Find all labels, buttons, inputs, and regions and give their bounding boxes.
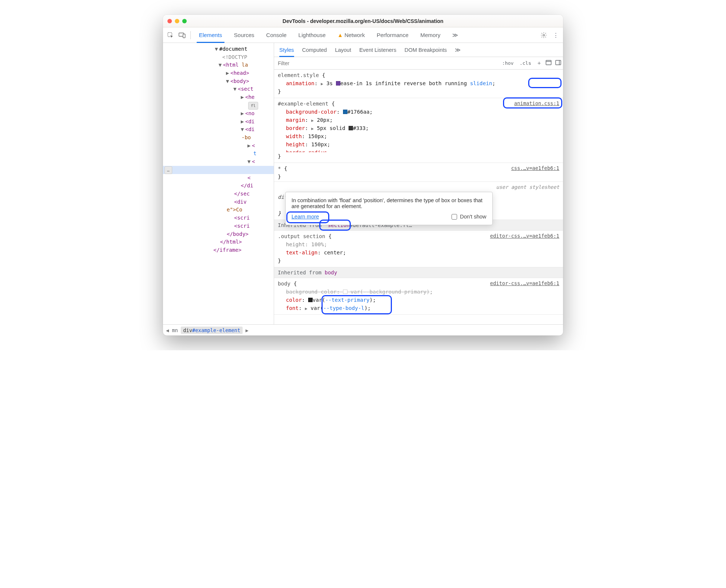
animation-name-link[interactable]: slidein bbox=[470, 80, 492, 86]
subtabs-overflow[interactable]: ≫ bbox=[455, 43, 461, 57]
svg-rect-2 bbox=[183, 34, 185, 38]
dom-tree-panel[interactable]: ▼#document <!DOCTYP ▼<html la ▶<head> ▼<… bbox=[163, 43, 274, 324]
rule-body[interactable]: editor-css.…v=ae1feb6:1 body { backgroun… bbox=[274, 278, 563, 315]
subtab-styles[interactable]: Styles bbox=[279, 43, 294, 57]
source-editor-css-1[interactable]: editor-css.…v=ae1feb6:1 bbox=[490, 232, 559, 240]
styles-filter-row: :hov .cls ＋ bbox=[274, 57, 563, 70]
svg-point-3 bbox=[543, 34, 545, 36]
subtab-layout[interactable]: Layout bbox=[335, 43, 351, 57]
traffic-lights bbox=[167, 19, 187, 23]
source-editor-css-2[interactable]: editor-css.…v=ae1feb6:1 bbox=[490, 280, 559, 287]
rule-element-style[interactable]: element.style { animation: ▶ 3s ease-in … bbox=[274, 70, 563, 98]
selected-ellipsis: … bbox=[164, 166, 172, 174]
color-swatch-icon[interactable] bbox=[308, 298, 313, 302]
devtools-window: DevTools - developer.mozilla.org/en-US/d… bbox=[163, 15, 563, 335]
warning-icon: ▲ bbox=[337, 32, 343, 38]
more-menu-icon[interactable]: ⋮ bbox=[550, 30, 561, 40]
new-style-rule-icon[interactable]: ＋ bbox=[534, 60, 544, 67]
hov-toggle[interactable]: :hov bbox=[499, 60, 516, 66]
subtab-event-listeners[interactable]: Event Listeners bbox=[359, 43, 396, 57]
main-content: ▼#document <!DOCTYP ▼<html la ▶<head> ▼<… bbox=[163, 43, 563, 324]
close-window-button[interactable] bbox=[167, 19, 172, 23]
dont-show-checkbox[interactable]: Don't show bbox=[452, 214, 486, 220]
styles-subtabs: Styles Computed Layout Event Listeners D… bbox=[274, 43, 563, 57]
tab-console[interactable]: Console bbox=[261, 27, 292, 43]
source-css-truncated-1[interactable]: css.…v=ae1feb6:1 bbox=[511, 164, 559, 172]
toggle-sidebar-icon[interactable] bbox=[553, 60, 563, 66]
breadcrumb-right-arrow[interactable]: ▶ bbox=[246, 327, 249, 333]
flex-badge[interactable]: fl bbox=[248, 102, 258, 110]
user-agent-label: user agent stylesheet bbox=[496, 183, 559, 191]
tooltip-text: In combination with 'float' and 'positio… bbox=[292, 197, 486, 209]
dom-document-node[interactable]: #document bbox=[219, 46, 247, 52]
rule-output-section[interactable]: editor-css.…v=ae1feb6:1 .output section … bbox=[274, 231, 563, 267]
device-toolbar-icon[interactable] bbox=[177, 30, 187, 40]
checkbox-icon[interactable] bbox=[452, 214, 457, 220]
tab-sources[interactable]: Sources bbox=[229, 27, 260, 43]
tab-lighthouse[interactable]: Lighthouse bbox=[293, 27, 331, 43]
breadcrumb-bar: ◀ mn div#example-element ▶ bbox=[163, 324, 563, 335]
subtab-computed[interactable]: Computed bbox=[302, 43, 327, 57]
breadcrumb-prev[interactable]: mn bbox=[172, 327, 178, 333]
color-swatch-icon[interactable] bbox=[343, 110, 347, 114]
tabs-overflow[interactable]: ≫ bbox=[447, 27, 463, 43]
breadcrumb-left-arrow[interactable]: ◀ bbox=[166, 327, 169, 333]
styles-pane: Styles Computed Layout Event Listeners D… bbox=[274, 43, 563, 324]
subtab-dom-breakpoints[interactable]: DOM Breakpoints bbox=[404, 43, 447, 57]
color-swatch-icon[interactable] bbox=[349, 126, 353, 130]
css-help-tooltip: In combination with 'float' and 'positio… bbox=[285, 192, 493, 225]
styles-filter-input[interactable] bbox=[274, 57, 499, 69]
inherited-from-body: Inherited from body bbox=[274, 267, 563, 278]
minimize-window-button[interactable] bbox=[175, 19, 179, 23]
breadcrumb-selected[interactable]: div#example-element bbox=[181, 327, 242, 334]
rule-example-element[interactable]: animation.css:1 #example-element { backg… bbox=[274, 98, 563, 163]
inspect-element-icon[interactable] bbox=[165, 30, 176, 40]
main-toolbar: Elements Sources Console Lighthouse ▲Net… bbox=[163, 27, 563, 43]
learn-more-link[interactable]: Learn more bbox=[292, 214, 319, 220]
titlebar: DevTools - developer.mozilla.org/en-US/d… bbox=[163, 15, 563, 27]
tab-elements[interactable]: Elements bbox=[194, 27, 227, 43]
window-title: DevTools - developer.mozilla.org/en-US/d… bbox=[163, 18, 563, 24]
zoom-window-button[interactable] bbox=[182, 19, 187, 23]
easing-swatch-icon[interactable] bbox=[336, 81, 340, 86]
tab-memory[interactable]: Memory bbox=[415, 27, 446, 43]
svg-rect-4 bbox=[546, 60, 551, 65]
tab-performance[interactable]: Performance bbox=[372, 27, 414, 43]
tab-network[interactable]: ▲Network bbox=[332, 27, 370, 43]
svg-rect-5 bbox=[556, 60, 561, 65]
cls-toggle[interactable]: .cls bbox=[517, 60, 534, 66]
settings-icon[interactable] bbox=[539, 30, 549, 40]
computed-styles-icon[interactable] bbox=[544, 60, 553, 66]
source-animation-css[interactable]: animation.css:1 bbox=[514, 100, 559, 107]
dom-doctype: <!DOCTYP bbox=[163, 53, 274, 61]
rule-universal[interactable]: css.…v=ae1feb6:1 * { } bbox=[274, 163, 563, 182]
